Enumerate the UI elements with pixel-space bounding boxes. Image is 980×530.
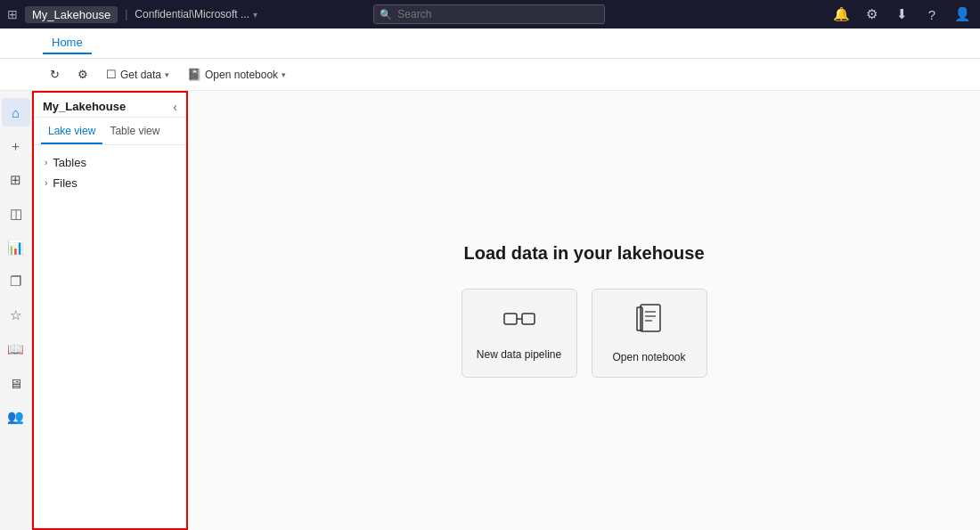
bell-icon[interactable]: 🔔 <box>830 6 852 22</box>
search-input[interactable] <box>373 4 605 24</box>
nav-apps-icon[interactable]: ❐ <box>2 267 30 296</box>
nav-monitor-icon[interactable]: 🖥 <box>2 369 30 397</box>
nav-chart-icon[interactable]: 📊 <box>2 233 30 262</box>
open-notebook-chevron-icon: ▾ <box>282 70 286 79</box>
explorer-item-files[interactable]: › Files <box>34 173 186 193</box>
pipeline-icon <box>503 306 535 338</box>
explorer-panel: My_Lakehouse ‹ Lake view Table view › Ta… <box>32 91 188 530</box>
explorer-item-tables[interactable]: › Tables <box>34 152 186 173</box>
nav-data-icon[interactable]: ◫ <box>2 200 30 228</box>
svg-rect-4 <box>637 307 642 330</box>
refresh-icon: ↻ <box>50 68 60 81</box>
nav-favorites-icon[interactable]: ☆ <box>2 301 30 330</box>
grid-icon[interactable]: ⊞ <box>7 7 18 21</box>
nav-home-icon[interactable]: ⌂ <box>2 98 30 126</box>
user-icon[interactable]: 👤 <box>951 6 973 22</box>
open-notebook-card[interactable]: Open notebook <box>592 289 707 378</box>
open-notebook-label: Open notebook <box>612 351 685 363</box>
content-title: Load data in your lakehouse <box>463 243 704 264</box>
new-data-pipeline-card[interactable]: New data pipeline <box>461 289 577 378</box>
topbar-actions: 🔔 ⚙ ⬇ ? 👤 <box>830 6 973 22</box>
subheader: Home <box>0 29 980 59</box>
refresh-button[interactable]: ↻ <box>43 65 67 84</box>
svg-rect-3 <box>641 305 660 331</box>
tables-label: Tables <box>53 156 86 169</box>
nav-browse-icon[interactable]: ⊞ <box>2 166 30 194</box>
nav-create-icon[interactable]: ＋ <box>2 132 30 160</box>
download-icon[interactable]: ⬇ <box>891 6 912 22</box>
open-notebook-icon: 📓 <box>187 68 201 81</box>
content-area: Load data in your lakehouse New data pip… <box>188 91 980 530</box>
open-notebook-button[interactable]: 📓 Open notebook ▾ <box>180 65 293 84</box>
explorer-header: My_Lakehouse ‹ <box>34 93 186 118</box>
get-data-button[interactable]: ☐ Get data ▾ <box>99 65 176 84</box>
nav-people-icon[interactable]: 👥 <box>2 403 30 431</box>
main-area: ⌂ ＋ ⊞ ◫ 📊 ❐ ☆ 📖 🖥 👥 My_Lakehouse ‹ Lake … <box>0 91 980 530</box>
files-chevron-icon: › <box>45 178 47 188</box>
explorer-close-button[interactable]: ‹ <box>173 101 177 113</box>
settings-icon[interactable]: ⚙ <box>861 6 882 22</box>
new-data-pipeline-label: New data pipeline <box>477 348 561 361</box>
explorer-title: My_Lakehouse <box>43 100 126 113</box>
get-data-label: Get data <box>120 69 161 81</box>
toolbar: ↻ ⚙ ☐ Get data ▾ 📓 Open notebook ▾ <box>0 59 980 91</box>
get-data-icon: ☐ <box>106 68 117 81</box>
breadcrumb[interactable]: Confidential\Microsoft ... ▾ <box>135 8 257 20</box>
open-notebook-label: Open notebook <box>205 69 278 81</box>
explorer-items: › Tables › Files <box>34 145 186 528</box>
topbar: ⊞ My_Lakehouse | Confidential\Microsoft … <box>0 0 980 29</box>
files-label: Files <box>53 176 77 190</box>
app-name[interactable]: My_Lakehouse <box>25 6 118 23</box>
breadcrumb-chevron-icon[interactable]: ▾ <box>253 10 257 20</box>
toolbar-settings-icon: ⚙ <box>78 68 88 81</box>
left-nav: ⌂ ＋ ⊞ ◫ 📊 ❐ ☆ 📖 🖥 👥 <box>0 91 32 530</box>
tab-home[interactable]: Home <box>43 32 92 54</box>
tab-lake-view[interactable]: Lake view <box>41 121 102 144</box>
explorer-tabs: Lake view Table view <box>34 118 186 145</box>
tab-table-view[interactable]: Table view <box>102 121 167 144</box>
tables-chevron-icon: › <box>45 158 47 167</box>
svg-rect-1 <box>522 314 535 324</box>
search-bar: 🔍 <box>373 4 605 24</box>
get-data-chevron-icon: ▾ <box>165 70 169 79</box>
svg-rect-0 <box>504 314 517 324</box>
help-icon[interactable]: ? <box>921 7 943 22</box>
toolbar-settings-button[interactable]: ⚙ <box>70 65 95 84</box>
search-icon: 🔍 <box>380 9 392 20</box>
breadcrumb-text: Confidential\Microsoft ... <box>135 8 249 20</box>
cards-row: New data pipeline Open notebook <box>461 289 707 378</box>
notebook-icon <box>636 304 663 340</box>
topbar-separator: | <box>125 8 127 20</box>
nav-learn-icon[interactable]: 📖 <box>2 335 30 363</box>
